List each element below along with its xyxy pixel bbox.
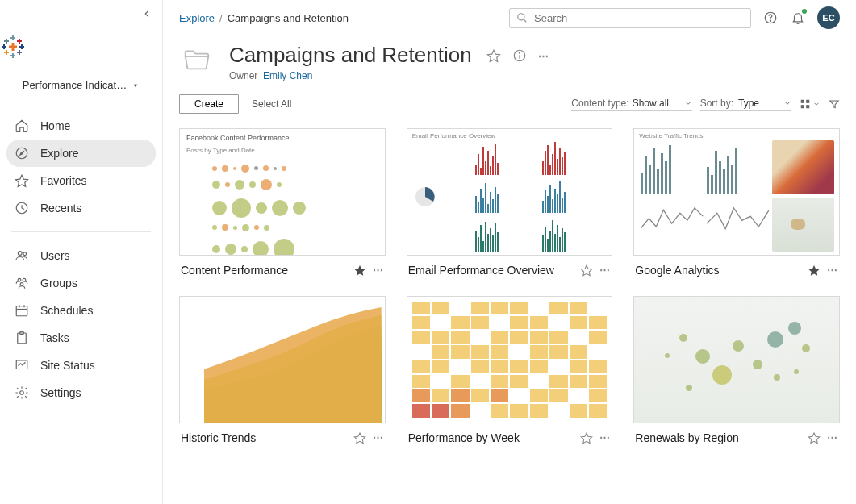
nav-home[interactable]: Home — [0, 112, 162, 140]
svg-marker-54 — [582, 433, 592, 444]
svg-marker-51 — [582, 265, 592, 276]
content-type-picker[interactable]: Content type: Show all — [571, 96, 691, 111]
nav-groups[interactable]: Groups — [0, 269, 162, 297]
nav-settings[interactable]: Settings — [0, 379, 162, 406]
card-google-analytics[interactable]: Website Traffic Trends Google Analytics … — [633, 128, 840, 277]
card-more-button[interactable]: ⋯ — [599, 264, 611, 276]
card-historic-trends[interactable]: Historic Trends ⋯ — [179, 296, 386, 444]
info-button[interactable] — [512, 48, 527, 63]
page-header: Campaigns and Retention Owner Emily Chen… — [163, 32, 856, 88]
header-actions: ⋯ — [486, 48, 549, 63]
nav-schedules[interactable]: Schedules — [0, 297, 162, 324]
card-thumbnail: Email Performance Overview — [407, 128, 613, 256]
card-footer: Content Performance ⋯ — [179, 256, 386, 277]
main: Explore / Campaigns and Retention EC Cam… — [163, 0, 856, 504]
filter-button[interactable] — [829, 98, 840, 110]
card-favorite-button[interactable] — [808, 431, 821, 444]
content-type-value: Show all — [633, 98, 681, 109]
breadcrumb-root[interactable]: Explore — [179, 12, 215, 24]
card-favorite-button[interactable] — [808, 264, 821, 277]
help-icon — [763, 10, 778, 25]
card-title: Content Performance — [181, 264, 347, 277]
svg-rect-28 — [16, 306, 27, 316]
card-renewals-by-region[interactable]: Renewal Rate — [633, 296, 840, 444]
site-picker-label: Performance Indicat… — [23, 79, 127, 91]
nav-label: Favorites — [40, 174, 87, 187]
svg-marker-21 — [16, 175, 28, 186]
card-content-performance[interactable]: Facebook Content Performance Posts by Ty… — [179, 128, 386, 277]
user-avatar[interactable]: EC — [817, 6, 840, 29]
search-box[interactable] — [509, 8, 751, 28]
sidebar-nav: Home Explore Favorites Recents Users G — [0, 112, 162, 406]
card-title: Renewals by Region — [635, 431, 801, 444]
filter-icon — [829, 98, 840, 110]
breadcrumb-current: Campaigns and Retention — [228, 12, 349, 24]
clock-icon — [15, 201, 29, 215]
groups-icon — [15, 276, 29, 290]
area-chart-icon — [204, 303, 382, 423]
notifications-button[interactable] — [790, 10, 806, 26]
nav-tasks[interactable]: Tasks — [0, 324, 162, 352]
svg-marker-53 — [354, 433, 365, 444]
nav-label: Groups — [40, 277, 77, 289]
svg-marker-52 — [808, 265, 819, 276]
tableau-logo — [0, 34, 162, 60]
svg-marker-18 — [134, 84, 138, 86]
chevron-down-icon — [783, 99, 791, 107]
nav-label: Home — [40, 119, 70, 132]
card-favorite-button[interactable] — [353, 431, 366, 444]
nav-label: Schedules — [40, 304, 93, 317]
search-icon — [516, 12, 528, 23]
card-footer: Google Analytics ⋯ — [633, 256, 840, 277]
content-type-label: Content type: — [571, 98, 628, 109]
sparkline-icon — [707, 198, 769, 239]
svg-rect-45 — [806, 99, 809, 102]
card-email-performance[interactable]: Email Performance Overview Email Perform… — [407, 128, 613, 277]
nav-site-status[interactable]: Site Status — [0, 352, 162, 379]
owner-link[interactable]: Emily Chen — [263, 70, 312, 81]
card-favorite-button[interactable] — [580, 431, 593, 444]
grid-icon — [800, 98, 811, 110]
select-all-button[interactable]: Select All — [252, 98, 291, 110]
nav-label: Tasks — [40, 331, 69, 344]
create-button[interactable]: Create — [179, 94, 239, 114]
card-thumbnail: Renewal Rate — [633, 296, 840, 423]
clipboard-icon — [15, 331, 29, 345]
content-grid: Facebook Content Performance Posts by Ty… — [163, 120, 856, 460]
header-more-button[interactable]: ⋯ — [538, 50, 549, 62]
site-picker[interactable]: Performance Indicat… — [0, 73, 162, 98]
card-title: Email Performance Overview — [408, 264, 574, 277]
svg-point-27 — [20, 283, 23, 286]
card-favorite-button[interactable] — [353, 264, 366, 277]
card-more-button[interactable]: ⋯ — [599, 431, 611, 444]
card-more-button[interactable]: ⋯ — [373, 264, 384, 276]
toolbar: Create Select All Content type: Show all… — [163, 88, 856, 120]
card-footer: Renewals by Region ⋯ — [633, 423, 840, 444]
chevron-down-icon — [684, 99, 692, 107]
card-favorite-button[interactable] — [580, 264, 593, 277]
svg-rect-46 — [801, 105, 804, 108]
nav-explore[interactable]: Explore — [6, 140, 156, 167]
card-more-button[interactable]: ⋯ — [827, 264, 838, 276]
nav-favorites[interactable]: Favorites — [0, 167, 162, 194]
svg-point-24 — [23, 252, 27, 256]
nav-users[interactable]: Users — [0, 242, 162, 269]
star-icon — [15, 173, 29, 188]
card-title: Performance by Week — [408, 431, 574, 444]
sort-by-picker[interactable]: Sort by: Type — [700, 96, 791, 111]
svg-rect-47 — [806, 105, 809, 108]
card-title: Google Analytics — [635, 264, 801, 277]
card-thumbnail: Facebook Content Performance Posts by Ty… — [179, 128, 386, 256]
favorite-header-button[interactable] — [486, 48, 501, 63]
help-button[interactable] — [762, 10, 779, 26]
search-input[interactable] — [534, 12, 744, 24]
card-performance-by-week[interactable]: Performance by Week ⋯ — [407, 296, 613, 444]
view-mode-button[interactable] — [800, 98, 821, 110]
card-more-button[interactable]: ⋯ — [373, 431, 384, 444]
chevron-down-icon — [812, 100, 821, 108]
nav-recents[interactable]: Recents — [0, 194, 162, 222]
card-thumbnail — [179, 296, 386, 423]
card-more-button[interactable]: ⋯ — [827, 431, 838, 444]
toolbar-right: Content type: Show all Sort by: Type — [571, 96, 840, 111]
sidebar-collapse-handle[interactable] — [141, 8, 152, 19]
